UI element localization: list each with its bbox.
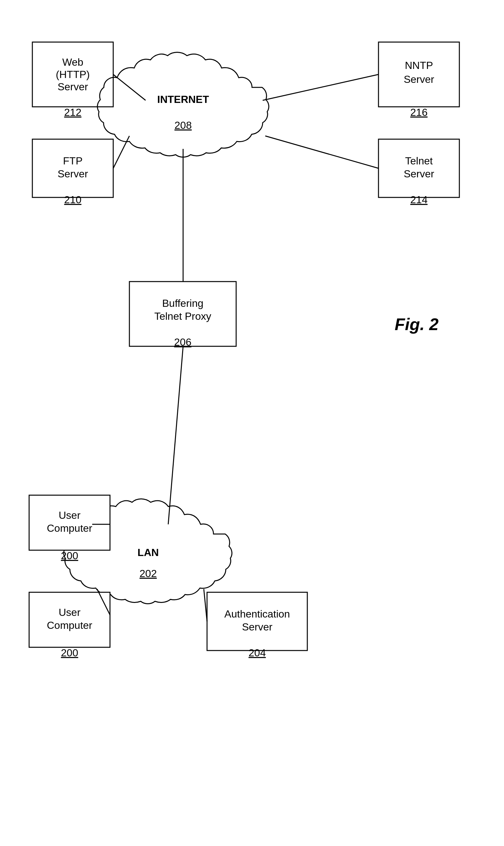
user-computer-2-id: 200 <box>61 647 78 658</box>
user-computer-1-label: User <box>58 509 80 521</box>
nntp-server-id: 216 <box>410 106 427 118</box>
line-telnet-internet <box>265 136 378 168</box>
web-server-label3: Server <box>58 81 88 92</box>
web-server-label: Web <box>62 56 83 68</box>
ftp-server-label: FTP <box>63 155 83 167</box>
figure-label: Fig. 2 <box>395 315 439 334</box>
auth-server-label: Authentication <box>224 608 290 620</box>
diagram-container: Web (HTTP) Server 212 NNTP Server 216 FT… <box>0 0 504 846</box>
line-web-internet <box>113 74 146 100</box>
nntp-server-label2: Server <box>404 73 434 85</box>
internet-label: INTERNET <box>157 93 209 105</box>
internet-id: 208 <box>174 119 192 131</box>
auth-server-id: 204 <box>249 647 266 658</box>
auth-server-label2: Server <box>242 621 273 633</box>
proxy-label: Buffering <box>162 297 203 309</box>
lan-label: LAN <box>138 547 159 558</box>
web-server-label2: (HTTP) <box>56 69 90 80</box>
user-computer-1-label2: Computer <box>47 522 92 534</box>
nntp-server-label: NNTP <box>405 59 433 71</box>
line-proxy-lan <box>168 346 183 524</box>
telnet-server-id: 214 <box>410 194 427 206</box>
telnet-server-label: Telnet <box>405 155 433 167</box>
lan-id: 202 <box>140 568 157 579</box>
ftp-server-label2: Server <box>58 168 88 180</box>
web-server-id: 212 <box>64 106 81 118</box>
user-computer-2-label2: Computer <box>47 619 92 631</box>
line-nntp-internet <box>263 74 378 100</box>
proxy-label2: Telnet Proxy <box>154 311 211 322</box>
user-computer-2-label: User <box>58 606 80 618</box>
ftp-server-id: 210 <box>64 194 81 206</box>
internet-cloud: INTERNET 208 <box>97 52 269 157</box>
user-computer-1-id: 200 <box>61 550 78 562</box>
telnet-server-label2: Server <box>404 168 434 180</box>
